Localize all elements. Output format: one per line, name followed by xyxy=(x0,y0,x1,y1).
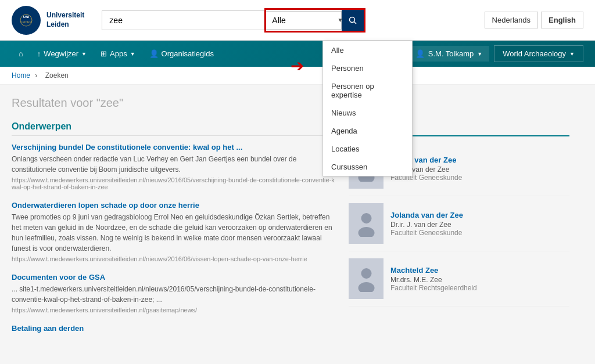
main-content: Resultaten voor "zee" Onderwerpen Versch… xyxy=(0,85,581,355)
svg-text:UNI: UNI xyxy=(23,15,30,19)
svg-point-9 xyxy=(358,227,374,237)
apps-icon: ⊞ xyxy=(101,49,107,58)
dropdown-item-personen[interactable]: Personen xyxy=(323,59,412,77)
chevron-down-icon: ▼ xyxy=(81,51,87,57)
person-item-2: Machteld Zee Mr.drs. M.E. Zee Faculteit … xyxy=(349,251,569,307)
dropdown-item-nieuws[interactable]: Nieuws xyxy=(323,104,412,122)
nav-apps[interactable]: ⊞ Apps ▼ xyxy=(94,41,142,67)
svg-point-11 xyxy=(358,282,374,292)
dropdown-item-personen-expertise[interactable]: Personen op expertise xyxy=(323,77,412,104)
person-title-1: Dr.ir. J. van der Zee xyxy=(390,221,463,229)
person-info-1: Jolanda van der Zee Dr.ir. J. van der Ze… xyxy=(390,211,463,237)
person-title-2: Mr.drs. M.E. Zee xyxy=(390,276,477,284)
nav-right: 👤 S.M. Tolkamp ▼ World Archaeology ▼ xyxy=(408,45,583,62)
user-menu-button[interactable]: 👤 S.M. Tolkamp ▼ xyxy=(408,46,489,62)
wegwijzer-icon: ↑ xyxy=(37,49,41,58)
nav-organisatiegids[interactable]: 👤 Organisatiegids xyxy=(142,41,221,67)
university-name: Universiteit Leiden xyxy=(46,11,84,29)
category-dropdown: Alle Personen Personen op expertise Nieu… xyxy=(322,41,413,176)
person-dept-2: Faculteit Rechtsgeleerdheid xyxy=(390,284,477,292)
left-column: Onderwerpen Verschijning bundel De const… xyxy=(12,121,337,343)
dropdown-item-alle[interactable]: Alle xyxy=(323,41,412,59)
search-category-select[interactable]: AllePersonenPersonen op expertiseNieuwsA… xyxy=(266,11,342,30)
result-link-3[interactable]: Betaling aan derden xyxy=(12,324,337,333)
person-item-1: Jolanda van der Zee Dr.ir. J. van der Ze… xyxy=(349,196,569,251)
dropdown-item-cursussen[interactable]: Cursussen xyxy=(323,158,412,176)
result-link-1[interactable]: Onderwaterdieren lopen schade op door on… xyxy=(12,201,337,210)
home-icon: ⌂ xyxy=(19,49,23,58)
result-desc-2: ... site1-t.medewerkers.universiteitleid… xyxy=(12,284,337,305)
nederlands-button[interactable]: Nederlands xyxy=(485,12,539,28)
org-icon: 👤 xyxy=(149,49,159,58)
result-desc-0: Onlangs verscheen onder redactie van Luc… xyxy=(12,154,337,175)
dropdown-item-locaties[interactable]: Locaties xyxy=(323,140,412,158)
university-logo: UNI LEIDEN xyxy=(12,6,41,35)
nav-home[interactable]: ⌂ xyxy=(12,41,30,67)
chevron-down-icon: ▼ xyxy=(569,51,575,57)
breadcrumb-separator: › xyxy=(35,71,39,80)
top-header: UNI LEIDEN Universiteit Leiden zee AlleP… xyxy=(0,0,595,41)
search-button[interactable] xyxy=(342,10,364,31)
result-desc-1: Twee promoties op 9 juni van gedragsbiol… xyxy=(12,212,337,254)
svg-point-8 xyxy=(361,213,371,224)
person-silhouette-icon xyxy=(356,211,377,237)
svg-point-10 xyxy=(361,268,371,279)
search-category-wrapper: AllePersonenPersonen op expertiseNieuwsA… xyxy=(264,8,365,33)
svg-text:LEIDEN: LEIDEN xyxy=(21,20,31,24)
user-icon: 👤 xyxy=(415,49,425,58)
result-url-2: https://www.t.medewerkers.universiteitle… xyxy=(12,307,337,313)
logo-area: UNI LEIDEN Universiteit Leiden xyxy=(12,6,84,35)
person-name-2[interactable]: Machteld Zee xyxy=(390,266,438,275)
chevron-down-icon: ▼ xyxy=(130,51,135,57)
result-item-2: Documenten voor de GSA ... site1-t.medew… xyxy=(12,273,337,313)
result-item-0: Verschijning bundel De constitutionele c… xyxy=(12,143,337,190)
search-area: zee AllePersonenPersonen op expertiseNie… xyxy=(102,8,392,33)
result-link-0[interactable]: Verschijning bundel De constitutionele c… xyxy=(12,143,337,152)
result-item-1: Onderwaterdieren lopen schade op door on… xyxy=(12,201,337,262)
language-switcher: Nederlands English xyxy=(485,12,583,28)
english-button[interactable]: English xyxy=(541,12,583,28)
arrow-indicator: ➔ xyxy=(291,56,304,75)
result-link-2[interactable]: Documenten voor de GSA xyxy=(12,273,337,282)
dropdown-item-agenda[interactable]: Agenda xyxy=(323,122,412,140)
person-dept-1: Faculteit Geneeskunde xyxy=(390,229,463,237)
content-columns: Onderwerpen Verschijning bundel De const… xyxy=(12,121,569,343)
result-url-0: https://www.t.medewerkers.universiteitle… xyxy=(12,176,337,190)
result-item-3: Betaling aan derden xyxy=(12,324,337,333)
breadcrumb-home[interactable]: Home xyxy=(12,71,30,80)
search-icon xyxy=(349,16,357,24)
person-name-1[interactable]: Jolanda van der Zee xyxy=(390,211,463,219)
breadcrumb-current: Zoeken xyxy=(45,71,69,80)
svg-line-5 xyxy=(354,21,357,24)
person-avatar-2 xyxy=(349,258,383,299)
svg-point-4 xyxy=(350,17,355,22)
chevron-down-icon: ▼ xyxy=(477,51,482,57)
search-input[interactable]: zee xyxy=(102,10,264,30)
result-url-1: https://www.t.medewerkers.universiteitle… xyxy=(12,255,337,262)
search-results-title: Resultaten voor "zee" xyxy=(12,96,569,110)
person-info-2: Machteld Zee Mr.drs. M.E. Zee Faculteit … xyxy=(390,266,477,292)
person-avatar-1 xyxy=(349,203,383,244)
onderwerpen-title: Onderwerpen xyxy=(12,121,337,136)
world-archaeology-button[interactable]: World Archaeology ▼ xyxy=(494,45,583,62)
nav-wegwijzer[interactable]: ↑ Wegwijzer ▼ xyxy=(30,41,94,67)
person-silhouette-icon xyxy=(356,266,377,292)
